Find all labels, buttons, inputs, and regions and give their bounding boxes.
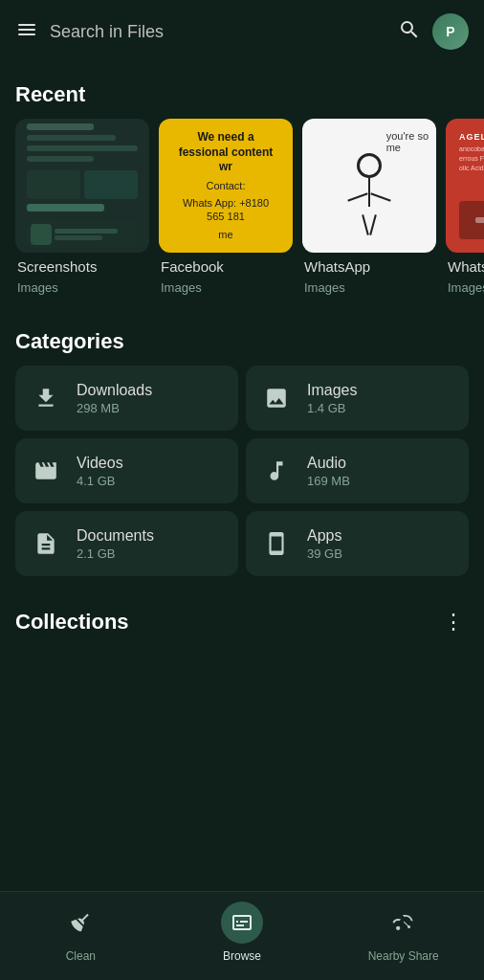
profile-avatar[interactable]: P [432, 13, 469, 50]
recent-thumb-whatsapp1[interactable]: you're some [302, 119, 436, 253]
recent-title: Recent [0, 63, 484, 119]
categories-grid: Downloads 298 MB Images 1.4 GB [0, 366, 484, 591]
nav-item-clean[interactable]: Clean [0, 902, 162, 963]
recent-scroll[interactable]: Screenshots Images We need a fessional c… [0, 119, 484, 310]
downloads-name: Downloads [77, 382, 152, 399]
svg-rect-2 [18, 33, 35, 35]
audio-size: 169 MB [307, 474, 350, 488]
facebook-thumb-text: We need a fessional content wr [176, 130, 275, 175]
recent-sublabel-whatsapp1: Images [302, 280, 436, 295]
nav-item-nearby-share[interactable]: Nearby Share [322, 902, 484, 963]
recent-thumb-facebook[interactable]: We need a fessional content wr Contact: … [159, 119, 293, 253]
whatsapp-thumb-text: you're some [386, 126, 429, 153]
document-icon [29, 526, 63, 561]
header: Search in Files P [0, 0, 484, 63]
recent-sublabel-facebook: Images [159, 280, 293, 295]
bottom-nav: Clean Browse Nearby Share [0, 891, 484, 980]
recent-label-facebook: Facebook [159, 258, 293, 275]
recent-item-facebook[interactable]: We need a fessional content wr Contact: … [159, 119, 293, 295]
svg-rect-1 [18, 29, 35, 31]
recent-item-screenshots[interactable]: Screenshots Images [15, 119, 149, 295]
audio-name: Audio [307, 455, 350, 472]
svg-rect-0 [18, 24, 35, 26]
categories-section: Categories Downloads 298 MB Images [0, 310, 484, 591]
documents-size: 2.1 GB [77, 546, 154, 561]
recent-item-whatsapp2[interactable]: AGELESS DUO anocobalamin,errous Fumarate… [446, 119, 484, 295]
apps-name: Apps [307, 527, 342, 545]
collections-header: Collections ⋮ [0, 591, 484, 645]
download-icon [29, 381, 63, 415]
category-audio[interactable]: Audio 169 MB [246, 438, 469, 503]
collections-title: Collections [15, 610, 129, 635]
category-videos[interactable]: Videos 4.1 GB [15, 438, 238, 503]
category-apps[interactable]: Apps 39 GB [246, 511, 469, 576]
clean-icon [59, 902, 101, 944]
recent-section: Recent [0, 63, 484, 310]
category-downloads[interactable]: Downloads 298 MB [15, 366, 238, 431]
recent-label-whatsapp2: WhatsApp [446, 258, 484, 275]
hamburger-icon[interactable] [15, 18, 38, 45]
browse-icon [221, 902, 263, 944]
categories-title: Categories [0, 310, 484, 366]
search-bar[interactable]: Search in Files [50, 22, 386, 42]
recent-item-whatsapp1[interactable]: you're some [302, 119, 436, 295]
recent-sublabel-whatsapp2: Images [446, 280, 484, 295]
recent-label-screenshots: Screenshots [15, 258, 149, 275]
recent-thumb-screenshots[interactable] [15, 119, 149, 253]
search-icon[interactable] [398, 18, 421, 45]
videos-name: Videos [77, 455, 123, 472]
nearby-share-icon [383, 902, 425, 944]
images-size: 1.4 GB [307, 401, 357, 415]
apps-size: 39 GB [307, 546, 342, 561]
video-icon [29, 454, 63, 488]
recent-label-whatsapp1: WhatsApp [302, 258, 436, 275]
collections-section: Collections ⋮ [0, 591, 484, 645]
documents-name: Documents [77, 527, 154, 545]
recent-thumb-whatsapp2[interactable]: AGELESS DUO anocobalamin,errous Fumarate… [446, 119, 484, 253]
audio-icon [259, 454, 294, 488]
nav-label-browse: Browse [223, 949, 261, 963]
category-documents[interactable]: Documents 2.1 GB [15, 511, 238, 576]
nav-item-browse[interactable]: Browse [162, 902, 323, 963]
images-name: Images [307, 382, 357, 399]
recent-sublabel-screenshots: Images [15, 280, 149, 295]
nav-label-nearby-share: Nearby Share [368, 949, 439, 963]
nav-label-clean: Clean [66, 949, 96, 963]
category-images[interactable]: Images 1.4 GB [246, 366, 469, 431]
videos-size: 4.1 GB [77, 474, 123, 488]
collections-more-button[interactable]: ⋮ [438, 607, 469, 637]
image-icon [259, 381, 294, 415]
apps-icon [259, 526, 294, 561]
downloads-size: 298 MB [77, 401, 152, 415]
